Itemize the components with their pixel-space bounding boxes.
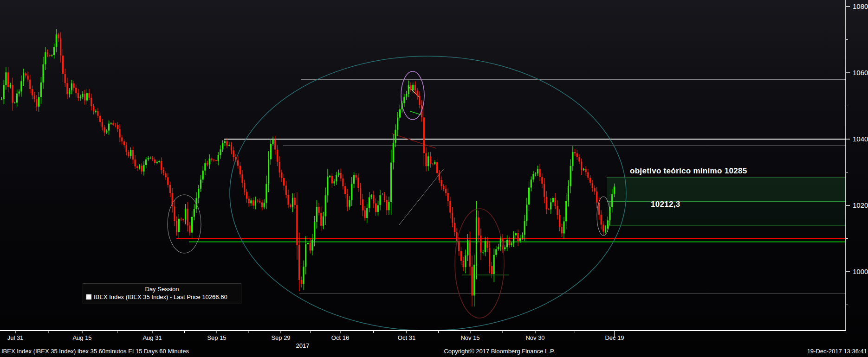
x-axis-label: Nov 15 bbox=[460, 334, 479, 341]
legend-session-title: Day Session bbox=[83, 286, 241, 293]
uptrend-line-gray[interactable] bbox=[399, 168, 444, 225]
x-axis-label: Sep 15 bbox=[207, 334, 226, 341]
statusbar-copyright: Copyright© 2017 Bloomberg Finance L.P. bbox=[444, 348, 555, 357]
y-axis-label: 10000 bbox=[853, 268, 868, 275]
chart-legend[interactable]: Day Session IBEX Index (IBEX 35 Index) -… bbox=[83, 283, 241, 304]
x-axis-label: Oct 16 bbox=[331, 334, 349, 341]
low-ellipse-gray-sep[interactable] bbox=[168, 195, 201, 253]
x-axis-label: Jul 31 bbox=[7, 334, 24, 341]
price-level-annotation-label[interactable]: 10212,3 bbox=[651, 200, 680, 209]
low-ellipse-red[interactable] bbox=[455, 209, 504, 318]
big-cycle-ellipse[interactable] bbox=[230, 56, 626, 331]
chart-window: 1080010600104001020010000 objetivo teóri… bbox=[0, 0, 868, 357]
legend-series-swatch bbox=[86, 294, 91, 300]
statusbar-security-description: IBEX Index (IBEX 35 Index) ibex 35 60min… bbox=[1, 348, 189, 357]
target-zone-lower[interactable] bbox=[607, 201, 846, 225]
x-axis-label: Nov 30 bbox=[525, 334, 544, 341]
x-axis-label: Dec 19 bbox=[605, 334, 624, 341]
statusbar-timestamp: 19-Dec-2017 13:36:41 bbox=[807, 348, 867, 357]
downtrend-line-red[interactable] bbox=[392, 134, 436, 148]
y-axis-label: 10800 bbox=[853, 2, 868, 10]
x-axis-label: Sep 29 bbox=[271, 334, 290, 341]
target-zone-upper[interactable] bbox=[607, 177, 846, 201]
y-axis-label: 10400 bbox=[853, 135, 868, 143]
objective-annotation-label[interactable]: objetivo teórico mínimo 10285 bbox=[630, 166, 747, 176]
x-axis-label: Oct 31 bbox=[398, 334, 415, 341]
candlestick-series bbox=[1, 29, 615, 307]
legend-series-label[interactable]: IBEX Index (IBEX 35 Index) - Last Price … bbox=[94, 293, 227, 300]
y-axis-label: 10200 bbox=[853, 201, 868, 209]
y-axis-label: 10600 bbox=[853, 69, 868, 76]
x-axis-year-label: 2017 bbox=[296, 342, 310, 349]
x-axis-label: Aug 15 bbox=[72, 334, 91, 341]
x-axis-label: Aug 31 bbox=[143, 334, 162, 341]
